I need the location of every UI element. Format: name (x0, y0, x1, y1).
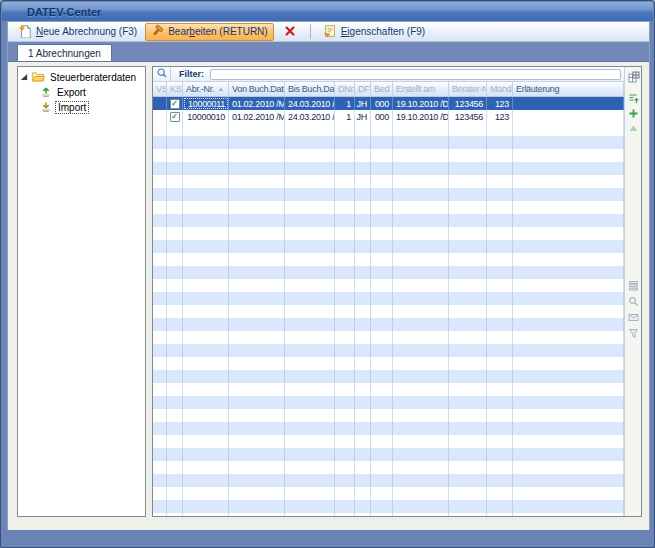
datev-center-window: DATEV-Center Neue Abrechnung (F3) Bearbe… (0, 0, 655, 548)
empty-cell (153, 201, 167, 214)
column-header-df[interactable]: DF (355, 82, 371, 96)
empty-cell (393, 266, 449, 279)
column-header-dnr[interactable]: DNr. (335, 82, 355, 96)
cell-von: 01.02.2010 /Mo (229, 110, 285, 123)
tree-node-export[interactable]: Export (20, 85, 143, 100)
empty-cell (371, 162, 393, 175)
empty-cell (229, 331, 285, 344)
tree-node-import[interactable]: Import (20, 100, 143, 115)
empty-cell (153, 279, 167, 292)
empty-cell (513, 292, 624, 305)
expander-icon[interactable] (20, 72, 28, 83)
empty-cell (183, 370, 229, 383)
empty-cell (513, 448, 624, 461)
tab-abrechnungen[interactable]: 1 Abrechnungen (17, 44, 112, 61)
empty-cell (371, 331, 393, 344)
empty-cell (393, 331, 449, 344)
delete-button[interactable] (276, 23, 304, 41)
empty-cell (183, 487, 229, 500)
column-header-mandant[interactable]: Mandan (487, 82, 513, 96)
checkbox[interactable]: ✓ (170, 112, 180, 122)
empty-cell (371, 513, 393, 516)
empty-cell (371, 279, 393, 292)
magnifier-cell[interactable] (153, 67, 171, 81)
funnel-icon[interactable] (627, 327, 640, 340)
empty-cell (183, 318, 229, 331)
column-chooser-icon[interactable] (627, 70, 640, 83)
cell-berater: 123456 (449, 97, 487, 110)
tree-label: Export (55, 87, 88, 98)
cell-ks[interactable]: ✓ (167, 110, 183, 123)
titlebar[interactable]: DATEV-Center (2, 2, 653, 21)
cell-ks[interactable]: ✓ (167, 97, 183, 110)
empty-cell (487, 123, 513, 136)
jump-top-icon[interactable] (627, 92, 640, 105)
empty-cell (285, 396, 335, 409)
magnifier-icon[interactable] (627, 295, 640, 308)
column-header-ks[interactable]: KS (167, 82, 183, 96)
empty-cell (183, 292, 229, 305)
empty-cell (183, 435, 229, 448)
column-header-erl[interactable]: Erläuterung (513, 82, 624, 96)
empty-cell (335, 266, 355, 279)
layers-icon[interactable] (627, 279, 640, 292)
column-header-erstellt[interactable]: Erstellt am (393, 82, 449, 96)
empty-cell (183, 201, 229, 214)
tree-node-steuerberaterdaten[interactable]: Steuerberaterdaten (20, 70, 143, 85)
empty-cell (371, 227, 393, 240)
empty-cell (513, 188, 624, 201)
table-row[interactable]: ✓1000001001.02.2010 /Mo24.03.2010 /Mi1JH… (153, 110, 624, 123)
eigenschaften-button[interactable]: Eigenschaften (F9) (317, 23, 432, 41)
empty-cell (335, 409, 355, 422)
empty-cell (355, 149, 371, 162)
bearbeiten-button[interactable]: Bearbeiten (RETURN) (145, 23, 273, 41)
column-header-vs[interactable]: VS (153, 82, 167, 96)
empty-cell (513, 175, 624, 188)
empty-cell (183, 409, 229, 422)
column-header-bed[interactable]: Bed (371, 82, 393, 96)
empty-cell (153, 461, 167, 474)
empty-cell (487, 136, 513, 149)
cell-bis: 24.03.2010 /Mi (285, 97, 335, 110)
empty-cell (449, 331, 487, 344)
column-header-berater[interactable]: Berater-Nr. (449, 82, 487, 96)
column-header-abr[interactable]: Abr.-Nr.▲ (183, 82, 229, 96)
empty-cell (393, 136, 449, 149)
empty-cell (513, 331, 624, 344)
filter-input[interactable] (210, 69, 621, 80)
empty-cell (335, 513, 355, 516)
table-row[interactable]: ✓1000001101.02.2010 /Mo24.03.2010 /Mi1JH… (153, 97, 624, 110)
column-header-von[interactable]: Von Buch.Datum (229, 82, 285, 96)
empty-cell (229, 253, 285, 266)
empty-cell (355, 240, 371, 253)
checkbox[interactable]: ✓ (170, 99, 180, 109)
empty-cell (335, 188, 355, 201)
empty-cell (393, 253, 449, 266)
tree-label: Steuerberaterdaten (48, 72, 138, 83)
mail-icon[interactable] (627, 311, 640, 324)
empty-cell (335, 253, 355, 266)
empty-cell (167, 500, 183, 513)
empty-cell (285, 422, 335, 435)
empty-cell (355, 266, 371, 279)
empty-cell (393, 461, 449, 474)
empty-row (153, 214, 624, 227)
empty-cell (393, 409, 449, 422)
new-abrechnung-button[interactable]: Neue Abrechnung (F3) (12, 23, 143, 41)
scroll-up-icon[interactable] (627, 122, 640, 135)
empty-row (153, 409, 624, 422)
empty-cell (487, 500, 513, 513)
cell-mandant: 123 (487, 110, 513, 123)
empty-cell (449, 396, 487, 409)
empty-cell (285, 175, 335, 188)
empty-cell (285, 279, 335, 292)
empty-cell (229, 175, 285, 188)
empty-cell (335, 123, 355, 136)
empty-cell (371, 149, 393, 162)
column-header-bis[interactable]: Bis Buch.Datum (285, 82, 335, 96)
empty-cell (229, 266, 285, 279)
empty-cell (355, 448, 371, 461)
empty-cell (335, 422, 355, 435)
empty-row (153, 123, 624, 136)
add-row-icon[interactable] (627, 107, 640, 120)
